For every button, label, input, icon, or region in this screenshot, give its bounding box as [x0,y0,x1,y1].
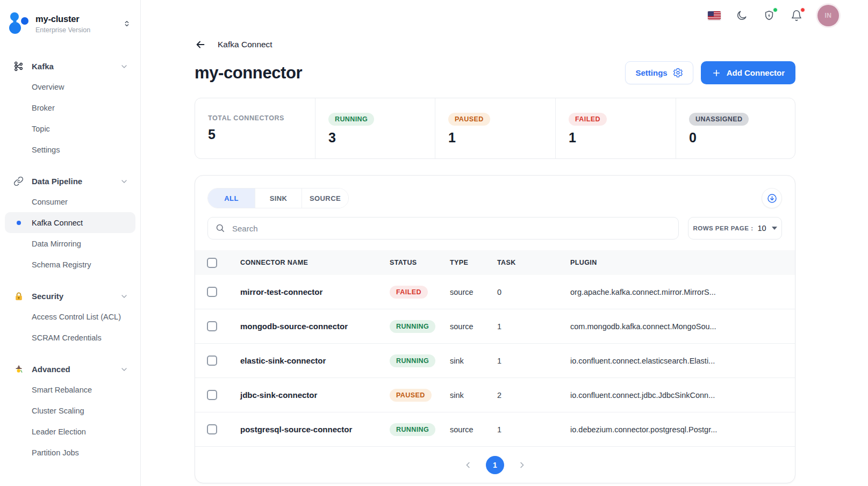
task-cell: 1 [497,425,570,434]
nav-section-label: Data Pipeline [32,177,120,186]
table-row: jdbc-sink-connector PAUSED sink 2 io.con… [195,378,795,412]
row-checkbox[interactable] [207,321,217,331]
sidebar-item-scram-credentials[interactable]: SCRAM Credentials [0,327,140,348]
status-badge: RUNNING [390,354,435,367]
chevron-down-icon [120,177,128,186]
stat-value: 1 [569,130,663,146]
wizard-icon [13,364,24,374]
status-cell: PAUSED [390,389,450,402]
dark-mode-moon-icon[interactable] [735,9,748,22]
type-cell: sink [450,357,497,365]
sidebar-item-label: Cluster Scaling [32,407,84,415]
status-cell: RUNNING [390,423,450,436]
tab-sink[interactable]: SINK [255,188,302,208]
stat-unassigned: UNASSIGNED0 [676,98,795,158]
rows-per-page-select[interactable]: ROWS PER PAGE : 10 [688,217,782,240]
sidebar-item-consumer[interactable]: Consumer [0,191,140,212]
sidebar: my-cluster Enterprise Version KafkaOverv… [0,0,141,486]
page-title: my-connector [195,63,302,83]
sidebar-item-data-mirroring[interactable]: Data Mirroring [0,233,140,254]
sidebar-item-smart-rebalance[interactable]: Smart Rebalance [0,379,140,400]
cluster-selector-icon[interactable] [121,18,133,30]
stat-paused: PAUSED1 [435,98,555,158]
stat-running: RUNNING3 [315,98,435,158]
nav-section-header-data-pipeline[interactable]: Data Pipeline [0,171,140,191]
stat-badge-failed: FAILED [569,113,607,126]
connector-name[interactable]: mirror-test-connector [240,287,390,296]
language-us-flag-icon[interactable] [708,9,721,22]
link-icon [13,176,24,186]
stat-badge-running: RUNNING [328,113,374,126]
chevron-down-icon [120,62,128,71]
settings-button[interactable]: Settings [625,61,693,84]
nav-section-header-advanced[interactable]: Advanced [0,359,140,379]
stat-value: 3 [328,130,422,146]
tab-source[interactable]: SOURCE [302,188,348,208]
cluster-switcher[interactable]: my-cluster Enterprise Version [0,6,140,41]
sidebar-item-settings[interactable]: Settings [0,139,140,160]
sidebar-item-overview[interactable]: Overview [0,76,140,97]
search-icon [215,223,226,234]
sidebar-item-label: Topic [32,125,50,133]
sidebar-item-label: Partition Jobs [32,448,79,457]
connector-name[interactable]: elastic-sink-connector [240,356,390,365]
connector-name[interactable]: mongodb-source-connector [240,322,390,331]
kafka-icon [13,61,24,71]
status-badge: PAUSED [390,389,432,402]
status-cell: FAILED [390,286,450,299]
card-toolbar: ALLSINKSOURCE [195,176,795,208]
stat-value: 5 [208,127,302,142]
sidebar-item-kafka-connect[interactable]: Kafka Connect [5,212,135,233]
search-input[interactable] [207,217,679,240]
breadcrumb-label[interactable]: Kafka Connect [218,40,272,49]
nav-section-security: SecurityAccess Control List (ACL)SCRAM C… [0,286,140,348]
page-content: Kafka Connect my-connector Settings [141,38,868,483]
connector-name[interactable]: jdbc-sink-connector [240,390,390,400]
task-cell: 0 [497,288,570,296]
connectors-card: ALLSINKSOURCE [195,175,795,483]
sidebar-item-access-control-list-acl[interactable]: Access Control List (ACL) [0,306,140,327]
row-checkbox[interactable] [207,287,217,297]
add-connector-button[interactable]: Add Connector [701,61,795,84]
row-checkbox[interactable] [207,356,217,366]
sidebar-item-leader-election[interactable]: Leader Election [0,421,140,442]
status-cell: RUNNING [390,354,450,367]
user-avatar[interactable]: IN [817,5,839,26]
nav-section-kafka: KafkaOverviewBrokerTopicSettings [0,56,140,160]
sidebar-item-partition-jobs[interactable]: Partition Jobs [0,442,140,463]
type-cell: source [450,425,497,434]
nav-section-header-security[interactable]: Security [0,286,140,306]
page-number-button[interactable]: 1 [486,456,504,474]
row-checkbox[interactable] [207,390,217,400]
sidebar-item-broker[interactable]: Broker [0,97,140,118]
status-badge: FAILED [390,286,428,299]
next-page-chevron-icon[interactable] [515,459,528,472]
sidebar-item-label: Access Control List (ACL) [32,313,121,321]
row-checkbox[interactable] [207,424,217,434]
sidebar-nav: KafkaOverviewBrokerTopicSettings Data Pi… [0,41,140,463]
connector-name[interactable]: postgresql-source-connector [240,425,390,434]
plus-icon [712,68,721,78]
sidebar-item-label: Data Mirroring [32,240,81,248]
sidebar-item-cluster-scaling[interactable]: Cluster Scaling [0,400,140,421]
breadcrumb: Kafka Connect [195,38,795,52]
select-all-checkbox[interactable] [207,258,217,268]
prev-page-chevron-icon[interactable] [462,459,475,472]
app-logo-icon [6,10,31,38]
type-filter-tabs: ALLSINKSOURCE [207,188,349,208]
col-plugin: PLUGIN [570,259,782,266]
export-download-button[interactable] [762,188,782,208]
chevron-down-icon [120,292,128,301]
sidebar-item-topic[interactable]: Topic [0,118,140,139]
status-cell: RUNNING [390,320,450,333]
add-connector-label: Add Connector [727,68,785,77]
health-status-dot [773,8,778,12]
tab-all[interactable]: ALL [208,188,255,208]
back-arrow-icon[interactable] [195,39,206,50]
table-row: mongodb-source-connector RUNNING source … [195,309,795,344]
cluster-health-shield-icon[interactable] [763,9,776,22]
notifications-bell-icon[interactable] [790,9,803,22]
sidebar-item-schema-registry[interactable]: Schema Registry [0,254,140,275]
nav-section-header-kafka[interactable]: Kafka [0,56,140,76]
pagination: 1 [195,447,795,483]
